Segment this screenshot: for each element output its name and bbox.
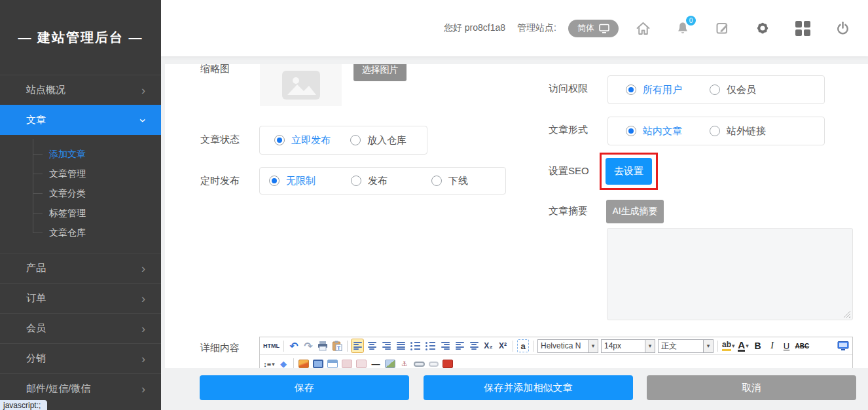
unordered-list-icon[interactable] [424, 339, 437, 352]
font-size-select[interactable]: 14px▾ [601, 339, 655, 353]
toolbar-divider [513, 341, 513, 352]
undo-icon[interactable]: ↶ [288, 339, 300, 352]
special-char-icon[interactable] [355, 358, 367, 369]
save-and-add-similar-button[interactable]: 保存并添加相似文章 [424, 375, 633, 400]
radio-option-all-users[interactable]: 所有用户 [626, 84, 710, 96]
sidebar-item-site-overview[interactable]: 站点概况 [0, 75, 161, 105]
radio-option-onsite-article[interactable]: 站内文章 [626, 125, 710, 138]
radio-checked-icon[interactable] [626, 84, 636, 95]
superscript-icon[interactable]: X² [497, 339, 509, 352]
gear-icon[interactable] [754, 20, 771, 37]
fullscreen-icon[interactable] [837, 339, 849, 352]
table-icon[interactable] [327, 358, 338, 369]
bell-icon[interactable]: 0 [674, 20, 691, 37]
paste-text-icon[interactable]: T [331, 339, 343, 352]
schedule-label: 定时发布 [200, 175, 240, 187]
home-icon[interactable] [634, 20, 651, 37]
submenu-item-article-category[interactable]: 文章分类 [0, 183, 161, 203]
strikethrough-icon[interactable]: ABC [795, 339, 810, 352]
manage-site-label: 管理站点: [517, 22, 556, 34]
page-break-icon[interactable] [341, 358, 353, 369]
language-toggle-button[interactable]: 简体 [568, 20, 619, 37]
radio-option-external-link[interactable]: 站外链接 [710, 125, 766, 138]
first-line-indent-icon[interactable] [439, 339, 451, 352]
anchor-icon[interactable]: ⚓ [399, 358, 410, 369]
italic-icon[interactable]: I [767, 339, 778, 352]
cancel-button[interactable]: 取消 [647, 375, 856, 400]
bold-icon[interactable]: B [752, 339, 764, 352]
radio-unchecked-icon[interactable] [431, 176, 442, 186]
footer-actions: 保存 保存并添加相似文章 取消 [161, 368, 868, 410]
editor-toolbar-row2: ↕≡▾ ◆ — ⚓ [260, 355, 852, 368]
sidebar-item-orders[interactable]: 订单 [0, 283, 161, 313]
submenu-item-article-manage[interactable]: 文章管理 [0, 164, 161, 183]
radio-option-publish[interactable]: 发布 [351, 175, 431, 187]
subscript-icon[interactable]: X₂ [482, 339, 494, 352]
font-color-icon[interactable]: A▾ [738, 339, 750, 352]
indent-icon[interactable] [454, 339, 465, 352]
radio-option-offline[interactable]: 下线 [431, 175, 468, 187]
submenu-item-article-warehouse[interactable]: 文章仓库 [0, 223, 161, 242]
editor-toolbar-row1: HTML ↶ ↷ T [260, 337, 852, 355]
grid-icon[interactable] [794, 20, 811, 37]
go-set-seo-button[interactable]: 去设置 [606, 158, 652, 185]
eraser-icon[interactable]: ◆ [278, 358, 289, 369]
pdf-icon[interactable] [442, 358, 454, 369]
align-right-icon[interactable] [380, 339, 392, 352]
rich-text-editor: HTML ↶ ↷ T [259, 337, 853, 368]
align-justify-icon[interactable] [395, 339, 407, 352]
unlink-icon[interactable] [427, 358, 439, 369]
sidebar-item-mail-sms-wechat[interactable]: 邮件/短信/微信 [0, 373, 161, 403]
save-button[interactable]: 保存 [200, 375, 409, 400]
outdent-icon[interactable] [468, 339, 480, 352]
align-left-icon[interactable] [352, 339, 363, 352]
underline-icon[interactable]: U [781, 339, 793, 352]
chevron-right-icon [141, 293, 145, 305]
highlight-color-icon[interactable]: ab▾ [722, 339, 735, 352]
select-image-button[interactable]: 选择图片 [353, 64, 407, 81]
select-all-icon[interactable]: a [517, 339, 529, 352]
toolbar-divider [347, 341, 348, 352]
thumbnail-placeholder[interactable] [260, 64, 342, 106]
radio-checked-icon[interactable] [274, 135, 285, 145]
sidebar-item-articles[interactable]: 文章 [0, 105, 161, 135]
topbar-icons: 0 [634, 20, 851, 37]
monitor-icon [599, 24, 609, 33]
radio-option-unlimited[interactable]: 无限制 [269, 175, 351, 187]
power-icon[interactable] [834, 20, 851, 37]
ai-generate-summary-button[interactable]: AI生成摘要 [606, 200, 664, 223]
image-icon[interactable] [298, 358, 310, 369]
sidebar-item-distribution[interactable]: 分销 [0, 343, 161, 373]
radio-option-to-warehouse[interactable]: 放入仓库 [350, 134, 407, 147]
paragraph-select[interactable]: 正文▾ [658, 339, 714, 353]
radio-unchecked-icon[interactable] [710, 126, 720, 136]
summary-textarea[interactable] [607, 228, 853, 320]
submenu-item-tag-manage[interactable]: 标签管理 [0, 203, 161, 223]
radio-checked-icon[interactable] [269, 176, 280, 186]
radio-unchecked-icon[interactable] [350, 135, 361, 145]
sidebar-item-products[interactable]: 产品 [0, 253, 161, 283]
radio-checked-icon[interactable] [626, 126, 636, 136]
font-family-select[interactable]: Helvetica N▾ [537, 339, 598, 353]
submenu-item-add-article[interactable]: 添加文章 [0, 144, 161, 164]
ordered-list-icon[interactable] [409, 339, 422, 352]
link-icon[interactable] [413, 358, 425, 369]
sidebar-item-members[interactable]: 会员 [0, 313, 161, 343]
align-center-icon[interactable] [366, 339, 378, 352]
map-icon[interactable] [384, 358, 396, 369]
sidebar: — 建站管理后台 — 站点概况 文章 添加文章 文章管理 文章分类 标签管理 文… [0, 0, 161, 410]
dropdown-arrow-icon: ▾ [645, 340, 655, 352]
article-form-label: 文章形式 [549, 124, 588, 136]
radio-unchecked-icon[interactable] [710, 84, 720, 95]
html-source-button[interactable]: HTML [263, 339, 280, 352]
radio-option-members-only[interactable]: 仅会员 [710, 84, 756, 96]
radio-unchecked-icon[interactable] [351, 176, 361, 186]
horizontal-rule-icon[interactable]: — [370, 358, 382, 369]
toolbar-divider [533, 341, 533, 352]
edit-icon[interactable] [714, 20, 731, 37]
video-icon[interactable] [312, 358, 324, 369]
line-height-icon[interactable]: ↕≡▾ [263, 358, 275, 369]
print-icon[interactable] [317, 339, 329, 352]
redo-icon[interactable]: ↷ [302, 339, 314, 352]
radio-option-publish-now[interactable]: 立即发布 [274, 134, 331, 147]
